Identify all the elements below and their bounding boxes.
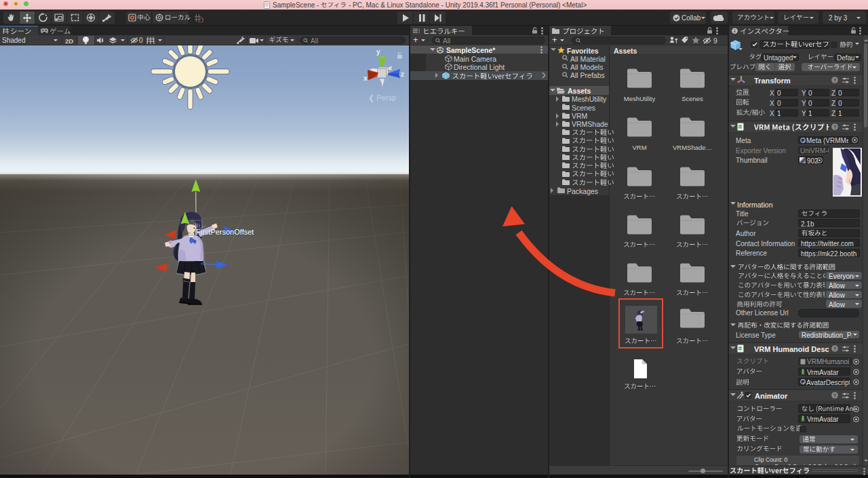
svg-text:?: ? bbox=[833, 346, 837, 352]
svg-text:?: ? bbox=[833, 77, 837, 83]
svg-text:?: ? bbox=[833, 124, 837, 130]
svg-text:?: ? bbox=[833, 393, 837, 399]
